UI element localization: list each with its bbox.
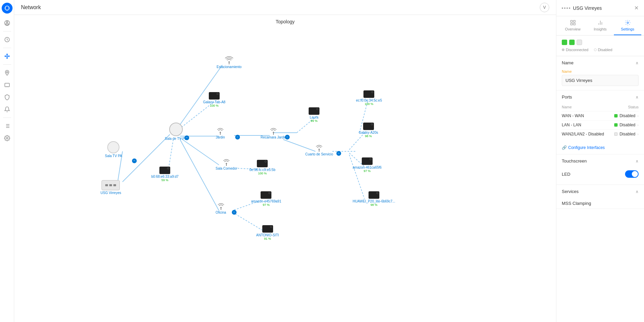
color-white[interactable] (577, 40, 582, 45)
topology-title: Topology (14, 15, 556, 24)
node-amazon45[interactable]: amazon-e45769a91 97 % (251, 191, 281, 207)
node-usg[interactable]: USG Virreyes (101, 180, 121, 195)
svg-point-4 (8, 56, 9, 57)
ports-section-chevron: ∧ (636, 95, 639, 100)
ap-icon-jardin (216, 125, 225, 135)
stats-icon (4, 37, 10, 43)
node-sala-comedor[interactable]: Sala Comedor (216, 156, 237, 170)
location-icon (4, 70, 10, 76)
touchscreen-section-title: Touchscreen (562, 158, 587, 164)
touchscreen-section-header[interactable]: Touchscreen ∧ (556, 154, 644, 168)
tab-overview[interactable]: Overview (559, 20, 586, 35)
topbar: Network V (14, 0, 556, 15)
topology-canvas[interactable]: USG Virreyes Sala TV PA Sala de TV PB (14, 24, 556, 321)
name-section-chevron: ∧ (636, 61, 639, 65)
port-wan-status: Disabled (620, 113, 636, 118)
node-b068[interactable]: b0:68:e6:33:a9:d7 59 % (151, 167, 179, 182)
user-avatar[interactable]: V (540, 3, 549, 12)
services-section-header[interactable]: Services ∧ (556, 185, 644, 198)
topology-area: Topology (14, 15, 556, 322)
node-b068-percent: 59 % (161, 178, 169, 182)
port-row-wan[interactable]: WAN - WAN Disabled › (562, 111, 639, 120)
sidebar-item-alerts[interactable] (2, 104, 13, 115)
svg-point-49 (318, 149, 320, 150)
panel-header: USG Virreyes ✕ (556, 0, 644, 16)
status-legend: Disconnected Disabled (556, 48, 644, 56)
right-panel: USG Virreyes ✕ Overview Insights Setting… (556, 0, 644, 322)
node-cuarto[interactable]: Cuarto de Servicio (305, 142, 333, 156)
tab-overview-label: Overview (565, 27, 581, 31)
node-0e96[interactable]: 0e:96:fc:c9:e5:5b 100 % (249, 160, 275, 175)
legend-disabled-label: Disabled (598, 48, 613, 52)
ports-section-body: Name Status WAN - WAN Disabled › LAN - L… (556, 104, 644, 143)
sidebar-item-stats[interactable] (2, 34, 13, 45)
node-laura[interactable]: Laura 99 % (309, 107, 319, 123)
panel-close-button[interactable]: ✕ (634, 5, 639, 11)
touchscreen-section-chevron: ∧ (636, 159, 639, 164)
name-section-header[interactable]: Name ∧ (556, 56, 644, 69)
page-title: Network (21, 4, 41, 10)
node-recamara[interactable]: Recamara Jardin (261, 125, 286, 139)
port-wan2-name: WAN2/LAN2 - Disabled (562, 132, 614, 136)
node-galaxy-a20s[interactable]: Galaxy-A20s 98 % (359, 123, 378, 138)
sidebar-item-settings[interactable] (2, 133, 13, 144)
tab-settings[interactable]: Settings (614, 20, 641, 35)
node-galaxy-tab[interactable]: Galaxy-Tab-A8 100 % (203, 92, 225, 107)
node-jardin[interactable]: Jardin (216, 125, 225, 139)
color-green-1[interactable] (562, 40, 567, 45)
configure-interfaces-link[interactable]: 🔗 Configure Interfaces (556, 143, 644, 154)
sidebar-item-location[interactable] (2, 67, 13, 78)
svg-line-24 (180, 139, 219, 211)
node-oficina-label: Oficina (216, 211, 226, 214)
sidebar-item-overview[interactable] (2, 18, 13, 28)
node-huawei-percent: 98 % (371, 203, 378, 207)
alerts-icon (4, 106, 10, 112)
node-amazon461-label: amazon-461ca65f6 (353, 166, 382, 169)
port-row-lan[interactable]: LAN - LAN Disabled › (562, 120, 639, 129)
node-antonio[interactable]: ANTONIO-SITI 91 % (256, 225, 279, 240)
list-icon (4, 123, 10, 129)
mss-label: MSS Clamping (562, 201, 591, 206)
port-wan-chevron: › (637, 114, 639, 118)
svg-rect-9 (5, 83, 9, 87)
node-sala-tv-pa[interactable]: Sala TV PA (105, 141, 122, 158)
sidebar (0, 0, 14, 322)
node-amazon461[interactable]: amazon-461ca65f6 97 % (353, 157, 382, 173)
port-lan-status: Disabled (620, 123, 636, 127)
ap-icon-oficina (216, 200, 226, 210)
sidebar-item-shield[interactable] (2, 92, 13, 103)
topology-icon (4, 53, 10, 59)
sidebar-item-devices[interactable] (2, 80, 13, 90)
port-wan2-status: Disabled (620, 132, 636, 136)
topbar-right: V (540, 3, 549, 12)
node-jardin-label: Jardin (216, 135, 225, 139)
ports-section: Ports ∧ Name Status WAN - WAN Disabled › (556, 90, 644, 154)
sidebar-logo[interactable] (2, 3, 13, 14)
port-wan2-dot (614, 132, 618, 136)
color-green-2[interactable] (569, 40, 575, 45)
port-row-wan2[interactable]: WAN2/LAN2 - Disabled Disabled › (562, 129, 639, 138)
tab-insights[interactable]: Insights (586, 20, 614, 35)
node-huawei[interactable]: HUAWEI_P20_lite-6b69c7... 98 % (353, 191, 395, 207)
port-wan-dot (614, 114, 618, 117)
node-sala-tv-pb[interactable]: Sala de TV PB (165, 123, 187, 141)
name-field-input[interactable] (562, 75, 639, 86)
node-cuarto-label: Cuarto de Servicio (305, 152, 333, 156)
ap-icon-cuarto (314, 142, 324, 152)
node-ef0e[interactable]: ec:f0:0e:34:5c:e5 100 % (356, 90, 382, 106)
sidebar-divider-1 (3, 31, 11, 31)
tab-settings-label: Settings (621, 27, 635, 31)
name-section: Name ∧ Name (556, 56, 644, 90)
node-oficina[interactable]: Oficina (216, 200, 226, 214)
svg-point-45 (220, 207, 222, 208)
svg-rect-52 (571, 23, 572, 25)
main-content: Network V Topology (14, 0, 556, 322)
connector-jardin (235, 135, 240, 139)
led-toggle[interactable] (625, 170, 639, 178)
port-lan-chevron: › (637, 123, 639, 127)
ports-section-header[interactable]: Ports ∧ (556, 90, 644, 104)
node-estacionamiento[interactable]: Estacionamiento (217, 55, 242, 69)
sidebar-item-list[interactable] (2, 121, 13, 131)
sidebar-item-topology[interactable] (2, 51, 13, 62)
svg-point-39 (228, 61, 230, 63)
